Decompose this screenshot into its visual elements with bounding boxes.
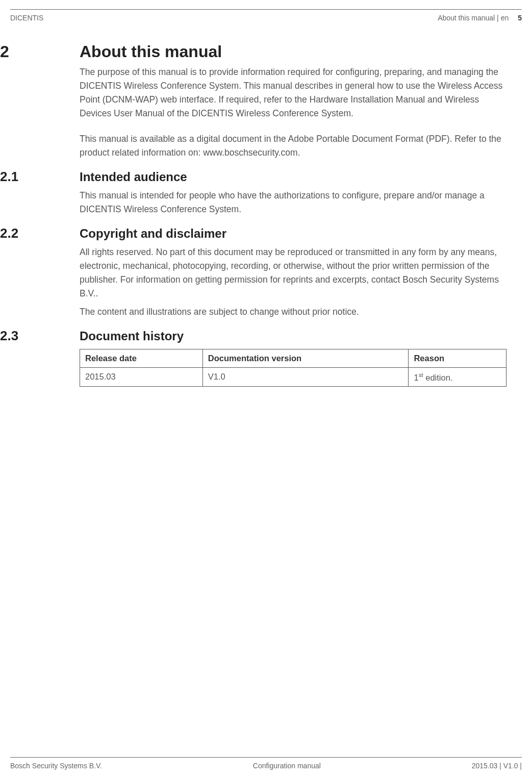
section-2-3: 2.3 Document history <box>0 328 522 344</box>
section-number: 2.3 <box>0 328 80 344</box>
footer-right: 2015.03 | V1.0 | <box>472 762 522 770</box>
section-title: Copyright and disclaimer <box>80 227 226 241</box>
header-right: About this manual | en 5 <box>438 14 522 22</box>
page-content: 2 About this manual The purpose of this … <box>0 42 522 387</box>
section-2-paragraph-1: The purpose of this manual is to provide… <box>80 65 506 121</box>
section-2-1-paragraph-1: This manual is intended for people who h… <box>80 189 506 216</box>
section-number: 2.2 <box>0 225 80 241</box>
document-history-table: Release date Documentation version Reaso… <box>80 349 506 387</box>
reason-suffix: edition. <box>423 372 453 382</box>
reason-prefix: 1 <box>414 372 418 382</box>
table-header-row: Release date Documentation version Reaso… <box>80 349 506 367</box>
section-title: Intended audience <box>80 170 187 184</box>
section-number: 2 <box>0 42 80 61</box>
page-footer: Bosch Security Systems B.V. Configuratio… <box>10 757 522 770</box>
page-number: 5 <box>518 14 522 22</box>
page-header: DICENTIS About this manual | en 5 <box>10 9 522 22</box>
col-reason: Reason <box>409 349 506 367</box>
col-doc-version: Documentation version <box>202 349 409 367</box>
reason-sup: st <box>419 372 423 378</box>
cell-doc-version: V1.0 <box>202 367 409 387</box>
section-number: 2.1 <box>0 169 80 185</box>
section-2-2: 2.2 Copyright and disclaimer <box>0 225 522 241</box>
section-2: 2 About this manual <box>0 42 522 61</box>
header-section-label: About this manual | en <box>438 14 509 22</box>
section-2-2-paragraph-2: The content and illustrations are subjec… <box>80 305 506 319</box>
section-title: About this manual <box>80 42 222 61</box>
cell-reason: 1st edition. <box>409 367 506 387</box>
section-2-2-paragraph-1: All rights reserved. No part of this doc… <box>80 245 506 301</box>
table-row: 2015.03 V1.0 1st edition. <box>80 367 506 387</box>
cell-release-date: 2015.03 <box>80 367 203 387</box>
col-release-date: Release date <box>80 349 203 367</box>
section-2-paragraph-2: This manual is available as a digital do… <box>80 132 506 160</box>
header-left: DICENTIS <box>10 14 43 22</box>
footer-center: Configuration manual <box>253 762 321 770</box>
section-2-1: 2.1 Intended audience <box>0 169 522 185</box>
section-title: Document history <box>80 329 184 343</box>
footer-left: Bosch Security Systems B.V. <box>10 762 102 770</box>
